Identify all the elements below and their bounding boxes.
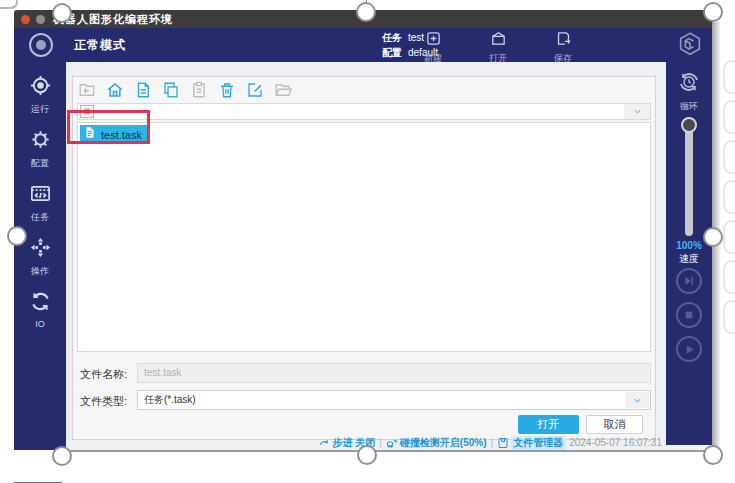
- status-separator: |: [491, 437, 494, 448]
- minimize-window-button[interactable]: [36, 15, 45, 24]
- open-button[interactable]: 打开: [518, 415, 579, 434]
- sidebar-item-label: 配置: [31, 157, 49, 170]
- open-folder-icon[interactable]: [273, 81, 292, 100]
- folder-up-icon[interactable]: [77, 81, 96, 100]
- file-type-label: 文件类型:: [80, 394, 127, 409]
- file-open-dialog: test.task 文件名称: test.task 文件类型: 任务(*.tas…: [72, 76, 656, 440]
- close-window-button[interactable]: [21, 15, 30, 24]
- selection-handle-bottom-left[interactable]: [52, 446, 72, 466]
- sidebar-item-io[interactable]: IO: [14, 290, 66, 336]
- copy-icon[interactable]: [161, 81, 180, 100]
- status-timestamp: 2024-05-07 16:07:31: [569, 437, 662, 448]
- selection-handle-bottom-center[interactable]: [357, 445, 377, 465]
- screenshot-page: 机器人图形化编程环境 正常模式 任务test 配置default 新建: [0, 0, 735, 483]
- selection-handle-bottom-right[interactable]: [703, 445, 723, 465]
- gear-icon: [29, 128, 52, 155]
- save-task-button[interactable]: 保存: [539, 30, 587, 61]
- play-button[interactable]: [676, 336, 702, 362]
- mode-indicator-icon[interactable]: [29, 33, 53, 57]
- run-target-icon: [29, 74, 52, 101]
- delete-icon[interactable]: [217, 81, 236, 100]
- left-sidebar: 运行 配置 任务 操作: [14, 62, 66, 450]
- background-window-edge: [723, 60, 735, 94]
- background-window-edge: [723, 300, 735, 334]
- new-file-icon: [425, 30, 442, 51]
- status-separator: |: [379, 437, 382, 448]
- move-arrows-icon: [29, 236, 52, 263]
- cube-logo-icon: [676, 31, 704, 59]
- file-type-value: 任务(*.task): [144, 394, 196, 405]
- sidebar-item-task[interactable]: 任务: [14, 182, 66, 228]
- open-task-button[interactable]: 打开: [474, 30, 522, 61]
- task-label: 任务: [382, 32, 402, 43]
- chevron-down-icon: [625, 392, 649, 408]
- dialog-toolbar: [77, 80, 292, 100]
- file-manager-status[interactable]: 文件管理器: [497, 436, 565, 450]
- speed-slider-track[interactable]: [685, 124, 693, 236]
- background-window-edge: [723, 180, 735, 214]
- config-label: 配置: [382, 47, 402, 58]
- app-window: 机器人图形化编程环境 正常模式 任务test 配置default 新建: [14, 10, 712, 450]
- skip-to-end-button[interactable]: [676, 268, 702, 294]
- loop-refresh-icon: [677, 70, 701, 98]
- home-icon[interactable]: [105, 81, 124, 100]
- background-window-corner: [0, 0, 18, 9]
- open-mail-icon: [490, 30, 507, 51]
- speed-slider-handle[interactable]: [681, 117, 697, 133]
- file-name-label: 文件名称:: [80, 367, 127, 382]
- open-task-label: 打开: [489, 52, 507, 65]
- file-name-input[interactable]: test.task: [137, 363, 651, 383]
- app-header: 正常模式 任务test 配置default 新建 打开: [14, 28, 712, 62]
- file-list[interactable]: test.task: [77, 122, 651, 352]
- save-icon: [555, 30, 572, 51]
- sidebar-item-label: 任务: [31, 211, 49, 224]
- path-dropdown[interactable]: [77, 103, 651, 120]
- sidebar-item-run[interactable]: 运行: [14, 74, 66, 120]
- selection-handle-top-center[interactable]: [356, 2, 376, 22]
- file-manager-icon: [497, 437, 509, 449]
- skip-to-end-icon: [683, 275, 695, 287]
- sidebar-item-label: 运行: [31, 103, 49, 116]
- new-task-button[interactable]: 新建: [409, 30, 457, 61]
- loop-control[interactable]: 循环: [666, 70, 712, 113]
- sidebar-item-label: IO: [35, 319, 45, 329]
- background-window-edge: [723, 220, 735, 254]
- code-window-icon: [29, 182, 52, 209]
- collision-detection-status[interactable]: 碰撞检测开启(50%): [386, 436, 487, 450]
- stop-icon: [684, 310, 694, 320]
- background-window-edge: [723, 100, 735, 134]
- selection-handle-right-middle[interactable]: [703, 227, 723, 247]
- rename-icon[interactable]: [245, 81, 264, 100]
- selection-handle-top-right[interactable]: [703, 2, 723, 22]
- save-task-label: 保存: [554, 52, 572, 65]
- selection-handle-left-middle[interactable]: [7, 226, 27, 246]
- chevron-down-icon[interactable]: [624, 104, 650, 119]
- paste-icon[interactable]: [189, 81, 208, 100]
- sidebar-item-label: 操作: [31, 265, 49, 278]
- right-sidebar: 循环 100% 速度: [666, 62, 712, 445]
- speed-label: 速度: [666, 252, 712, 266]
- loop-label: 循环: [680, 100, 698, 113]
- new-file-icon[interactable]: [133, 81, 152, 100]
- background-window-edge: [723, 140, 735, 174]
- cancel-button[interactable]: 取消: [586, 415, 643, 434]
- mode-label: 正常模式: [74, 37, 126, 54]
- collision-icon: [386, 437, 398, 449]
- play-icon: [684, 344, 695, 355]
- file-type-select[interactable]: 任务(*.task): [137, 390, 651, 410]
- selection-handle-top-left[interactable]: [52, 3, 72, 23]
- background-window-edge: [723, 260, 735, 294]
- new-task-label: 新建: [424, 52, 442, 65]
- sidebar-item-config[interactable]: 配置: [14, 128, 66, 174]
- stop-button[interactable]: [676, 302, 702, 328]
- annotation-highlight-box: [67, 110, 150, 144]
- step-arrow-icon: [318, 437, 330, 449]
- io-circulation-icon: [29, 290, 52, 317]
